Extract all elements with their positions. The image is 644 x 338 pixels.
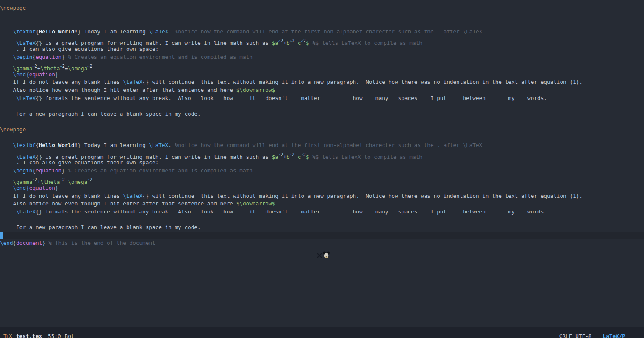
code-token: + <box>283 154 286 160</box>
comment-token: %$ tells LaTexX to compile as math <box>312 154 422 160</box>
code-token <box>0 142 13 148</box>
code-line[interactable]: For a new paragraph I can leave a blank … <box>0 224 644 232</box>
code-token: = <box>294 40 298 46</box>
scroll-position-indicator: Bot <box>65 333 75 338</box>
code-token: formats the sentence without any break. … <box>42 95 547 101</box>
eol-indicator[interactable]: CRLF <box>559 333 572 338</box>
macro-token: \end <box>0 240 13 246</box>
macro-token: \LaTeX <box>16 95 36 101</box>
code-line[interactable]: For a new paragraph I can leave a blank … <box>0 110 644 118</box>
code-token <box>0 208 16 215</box>
code-token: . <box>168 142 175 148</box>
code-token: For a new paragraph I can leave a blank … <box>0 224 201 230</box>
code-token: If I do not leave any blank lines <box>0 193 123 199</box>
code-line[interactable]: Also notice how even though I hit enter … <box>0 200 644 208</box>
code-line[interactable] <box>0 118 644 126</box>
code-token: $a <box>272 40 278 46</box>
code-token: Also notice how even though I hit enter … <box>0 87 236 93</box>
comment-token: % This is the end of the document <box>49 240 155 246</box>
code-line[interactable]: \begin{equation} % Creates an equation e… <box>0 167 644 175</box>
code-token: + <box>283 40 286 46</box>
code-line[interactable] <box>0 216 644 224</box>
code-line[interactable]: \newpage <box>0 126 644 134</box>
macro-token: \begin <box>13 167 33 174</box>
code-line[interactable]: If I do not leave any blank lines \LaTeX… <box>0 78 644 86</box>
code-token: { <box>26 71 29 78</box>
code-token: Hello World! <box>39 28 78 35</box>
code-token: 2 <box>90 177 92 182</box>
code-token: \omega <box>68 65 87 72</box>
comment-token: %$ tells LaTexX to compile as math <box>312 40 422 46</box>
code-line[interactable]: If I do not leave any blank lines \LaTeX… <box>0 192 644 200</box>
code-line[interactable]: \end{equation} <box>0 71 644 79</box>
macro-token: \textbf <box>13 142 36 148</box>
code-line[interactable]: \LaTeX{} is a great program for writing … <box>0 150 644 159</box>
cursor-position-indicator: 55:0 <box>48 333 61 338</box>
code-token: document <box>16 240 42 246</box>
code-line[interactable]: \textbf{Hello World!} Today I am learnin… <box>0 28 644 36</box>
code-line[interactable] <box>0 232 644 240</box>
code-token: Today I am learning <box>81 142 149 148</box>
macro-token: \begin <box>13 54 33 60</box>
code-token <box>0 95 16 101</box>
code-token: } <box>78 142 81 148</box>
code-token: {} <box>36 95 42 101</box>
comment-token: % Creates an equation environment and is… <box>68 54 252 60</box>
code-line[interactable] <box>0 12 644 20</box>
macro-token: \LaTeX <box>16 208 36 215</box>
major-mode-indicator[interactable]: LaTeX/P <box>603 333 625 338</box>
code-token: Hello World! <box>39 142 78 148</box>
code-token <box>45 240 49 246</box>
code-line[interactable] <box>0 134 644 142</box>
code-token: Today I am learning <box>81 28 149 35</box>
code-token <box>0 54 13 60</box>
code-token: {} <box>36 208 42 215</box>
pointer-overlay <box>317 251 332 260</box>
code-line[interactable]: \end{document} % This is the end of the … <box>0 239 644 247</box>
code-line[interactable]: \begin{equation} % Creates an equation e… <box>0 53 644 61</box>
code-token: } <box>42 240 45 246</box>
x-cursor-icon <box>317 253 322 258</box>
code-token: . I can also give equations their own sp… <box>0 159 158 166</box>
code-line[interactable]: \gamma^2+\theta^2=\omega^2 <box>0 175 644 184</box>
code-line[interactable]: \textbf{Hello World!} Today I am learnin… <box>0 141 644 150</box>
code-token: Also notice how even though I hit enter … <box>0 200 236 207</box>
macro-token: \end <box>13 71 26 78</box>
modeline: TEX test.tex 55:0 Bot CRLF UTF-8 LaTeX/P <box>0 327 644 338</box>
code-token: 2 <box>90 64 92 69</box>
code-line[interactable] <box>0 102 644 110</box>
buffer-name[interactable]: test.tex <box>16 333 42 338</box>
code-token: will continue this text without making i… <box>149 193 583 199</box>
code-token: $\downarrow$ <box>236 87 275 93</box>
code-token: equation <box>29 185 55 191</box>
code-line[interactable]: \LaTeX{} formats the sentence without an… <box>0 208 644 216</box>
code-token: For a new paragraph I can leave a blank … <box>0 111 201 117</box>
macro-token: \end <box>13 185 26 191</box>
code-token: { <box>36 142 39 148</box>
editor-buffer[interactable]: \newpage \textbf{Hello World!} Today I a… <box>0 0 644 247</box>
code-line[interactable]: \LaTeX{} is a great program for writing … <box>0 36 644 45</box>
code-token: $a <box>272 154 278 160</box>
code-token: } <box>55 185 58 191</box>
code-line[interactable]: \gamma^2+\theta^2=\omega^2 <box>0 61 644 71</box>
code-line[interactable]: \end{equation} <box>0 184 644 192</box>
code-token: b <box>286 154 290 160</box>
code-token <box>0 185 13 191</box>
code-line[interactable] <box>0 20 644 28</box>
code-line[interactable]: Also notice how even though I hit enter … <box>0 86 644 94</box>
code-token: will continue this text without making i… <box>149 79 583 85</box>
code-token: equation <box>36 167 61 174</box>
code-token <box>309 154 313 160</box>
code-line[interactable]: \LaTeX{} formats the sentence without an… <box>0 94 644 103</box>
code-token: = <box>294 154 298 160</box>
text-cursor <box>0 232 3 239</box>
code-line[interactable]: \newpage <box>0 4 644 12</box>
code-token: . <box>168 28 175 35</box>
emacs-frame: \newpage \textbf{Hello World!} Today I a… <box>0 0 644 338</box>
macro-token: \textbf <box>13 28 36 35</box>
code-token: } <box>61 167 65 174</box>
encoding-indicator[interactable]: UTF-8 <box>575 333 591 338</box>
code-token: { <box>32 167 36 174</box>
code-token: b <box>286 40 290 46</box>
code-token: equation <box>29 71 55 78</box>
